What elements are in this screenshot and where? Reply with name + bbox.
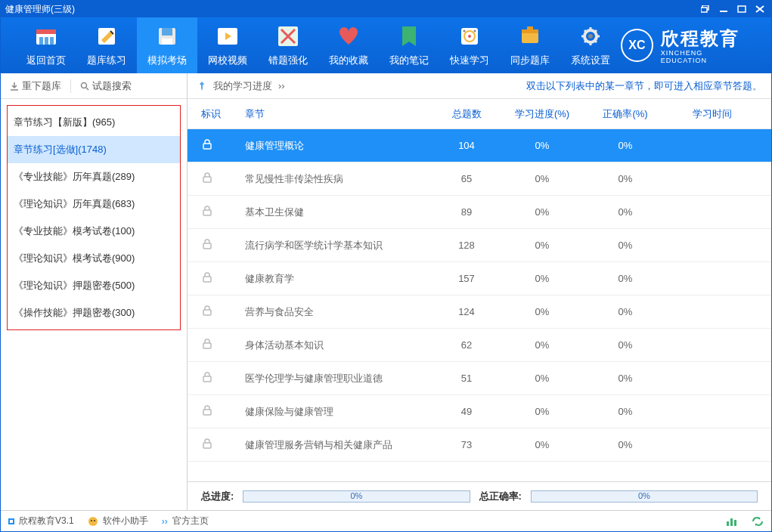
toolbar-item-9[interactable]: 系统设置 [560,17,621,73]
table-row[interactable]: 身体活动基本知识620%0% [188,329,771,362]
svg-point-21 [464,30,466,32]
svg-point-42 [94,520,95,521]
sidebar-item[interactable]: 章节练习【新版】(965) [8,109,180,136]
lock-icon [201,338,213,350]
toolbar-icon [275,23,301,49]
sidebar-item[interactable]: 《专业技能》模考试卷(100) [8,218,180,245]
table-row[interactable]: 健康管理概论1040%0% [188,129,771,162]
lock-icon [201,138,213,150]
sync-icon[interactable] [752,516,764,527]
toolbar-item-0[interactable]: 返回首页 [16,17,76,73]
toolbar-icon [94,23,119,49]
svg-point-41 [91,520,92,521]
svg-rect-33 [203,243,211,249]
cell-progress: 0% [501,439,584,450]
status-homepage[interactable]: ›› 官方主页 [162,515,209,527]
minimize-icon[interactable] [717,3,730,15]
status-app[interactable]: 欣程教育V3.1 [8,515,74,527]
table-row[interactable]: 健康保险与健康管理490%0% [188,395,771,428]
toolbar-label: 题库练习 [87,54,126,67]
table-header: 标识 章节 总题数 学习进度(%) 正确率(%) 学习时间 [188,99,771,129]
window-restore-icon[interactable] [699,3,712,15]
table-row[interactable]: 基本卫生保健890%0% [188,196,771,229]
col-mark: 标识 [201,107,239,121]
my-progress-link[interactable]: 我的学习进度 [213,79,272,93]
cell-chapter: 身体活动基本知识 [239,339,433,352]
sidebar-item[interactable]: 《理论知识》模考试卷(900) [8,245,180,272]
lock-icon [201,205,213,217]
toolbar-item-1[interactable]: 题库练习 [76,17,137,73]
sidebar-item[interactable]: 《操作技能》押题密卷(300) [8,299,180,326]
cell-progress: 0% [501,406,584,417]
main-toolbar: 返回首页题库练习模拟考场网校视频错题强化我的收藏我的笔记快速学习同步题库系统设置… [1,17,771,73]
cell-accuracy: 0% [584,373,667,384]
cell-total: 62 [433,339,501,351]
toolbar-item-3[interactable]: 网校视频 [197,17,258,73]
svg-rect-38 [203,410,211,415]
svg-rect-8 [39,37,43,45]
cell-accuracy: 0% [584,306,667,317]
table-row[interactable]: 流行病学和医学统计学基本知识1280%0% [188,229,771,262]
main-top-bar: 我的学习进度 ›› 双击以下列表中的某一章节，即可进入相应章节答题。 [188,73,771,99]
statusbar: 欣程教育V3.1 软件小助手 ›› 官方主页 [1,510,771,531]
svg-rect-39 [203,443,211,448]
svg-rect-32 [203,210,211,215]
lock-icon [201,404,213,416]
stats-icon[interactable] [726,516,738,527]
toolbar-label: 网校视频 [208,54,247,67]
cell-progress: 0% [501,240,584,251]
window-title: 健康管理师(三级) [5,3,75,16]
cell-total: 124 [433,306,501,317]
table-row[interactable]: 医学伦理学与健康管理职业道德510%0% [188,362,771,395]
cell-progress: 0% [501,306,584,317]
svg-point-20 [468,35,471,38]
toolbar-label: 同步题库 [510,54,550,67]
lock-icon [201,271,213,283]
svg-rect-45 [734,520,736,526]
search-button[interactable]: 试题搜索 [70,79,141,93]
lock-icon [201,172,213,184]
sidebar-item[interactable]: 《专业技能》历年真题(289) [8,163,180,190]
download-icon [10,82,19,91]
cell-chapter: 健康保险与健康管理 [239,405,433,419]
titlebar: 健康管理师(三级) [1,1,771,17]
sidebar-item[interactable]: 《理论知识》押题密卷(500) [8,272,180,299]
cell-chapter: 医学伦理学与健康管理职业道德 [239,372,433,385]
toolbar-item-8[interactable]: 同步题库 [500,17,560,73]
chevron-right-icon: ›› [162,516,168,527]
sidebar-item[interactable]: 《理论知识》历年真题(683) [8,190,180,218]
pin-icon[interactable] [197,81,207,91]
col-time: 学习时间 [667,107,758,121]
toolbar-label: 系统设置 [571,54,610,67]
table-row[interactable]: 健康管理服务营销与相关健康产品730%0% [188,428,771,462]
maximize-icon[interactable] [735,3,749,15]
chevron-right-icon: ›› [278,80,285,91]
toolbar-item-7[interactable]: 快速学习 [439,17,500,73]
svg-rect-10 [50,37,54,45]
table-row[interactable]: 营养与食品安全1240%0% [188,295,771,329]
footer-progress: 总进度: 0% 总正确率: 0% [188,481,771,510]
svg-rect-34 [203,277,211,282]
lock-icon [201,371,213,383]
toolbar-label: 错题强化 [268,54,308,67]
sidebar-item[interactable]: 章节练习[选做](1748) [8,136,180,163]
cell-total: 65 [433,173,501,184]
table-row[interactable]: 健康教育学1570%0% [188,262,771,295]
cell-accuracy: 0% [584,206,667,218]
close-icon[interactable] [753,3,767,15]
status-helper[interactable]: 软件小助手 [88,515,148,527]
redownload-button[interactable]: 重下题库 [1,79,70,93]
brand-name: 欣程教育 [661,26,749,51]
toolbar-item-6[interactable]: 我的笔记 [379,17,439,73]
svg-rect-37 [203,376,211,382]
toolbar-item-5[interactable]: 我的收藏 [318,17,379,73]
helper-icon [88,516,98,527]
sidebar-highlight-box: 章节练习【新版】(965)章节练习[选做](1748)《专业技能》历年真题(28… [7,105,181,330]
cell-progress: 0% [501,273,584,284]
lock-icon [201,238,213,250]
toolbar-item-4[interactable]: 错题强化 [258,17,318,73]
svg-rect-43 [727,521,729,526]
toolbar-icon [33,23,59,49]
toolbar-item-2[interactable]: 模拟考场 [137,17,197,73]
table-row[interactable]: 常见慢性非传染性疾病650%0% [188,162,771,196]
